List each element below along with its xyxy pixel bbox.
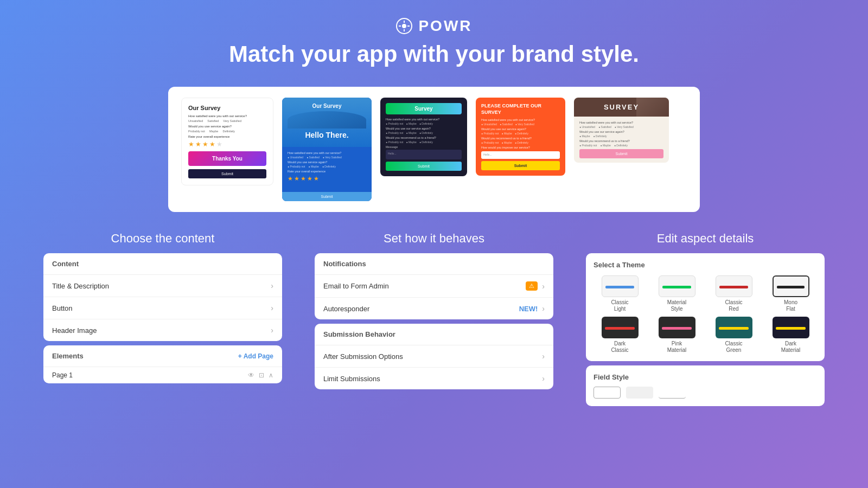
field-style-outlined[interactable]: [593, 387, 621, 399]
chevron-icon: ›: [542, 304, 545, 313]
header: POWR Match your app with your brand styl…: [0, 0, 868, 78]
copy-icon: ⊡: [259, 371, 264, 379]
theme-dark-material[interactable]: DarkMaterial: [764, 317, 817, 354]
warning-badge: ⚠: [526, 281, 538, 291]
title-description-item[interactable]: Title & Description ›: [43, 275, 282, 297]
tagline: Match your app with your brand style.: [0, 41, 868, 67]
after-submission-item[interactable]: After Submission Options ›: [315, 345, 553, 368]
field-style-panel: Field Style: [586, 365, 825, 406]
card4-submit: Submit: [481, 161, 560, 170]
field-style-title: Field Style: [593, 373, 817, 381]
theme-classic-green[interactable]: ClassicGreen: [707, 317, 760, 354]
card3-submit: Submit: [386, 162, 462, 171]
card1-submit: Submit: [188, 169, 266, 178]
survey-card-vintage: SURVEY How satisfied were you with out s…: [574, 98, 669, 163]
powr-logo: POWR: [0, 17, 868, 35]
content-panel-header: Content: [43, 253, 282, 275]
powr-icon: [395, 17, 413, 35]
survey-card-classic-light: Our Survey How satisfied were you with o…: [181, 98, 273, 185]
survey-card-blue: Our Survey Hello There. How satisfied we…: [282, 98, 372, 201]
elements-header: Elements + Add Page: [43, 345, 282, 367]
chevron-icon: ›: [271, 281, 273, 290]
chevron-icon: ›: [542, 282, 545, 291]
notifications-header: Notifications: [315, 253, 553, 275]
card5-submit: Submit: [579, 149, 663, 158]
page-1-item[interactable]: Page 1 👁 ⊡ ∧: [43, 367, 282, 383]
survey-showcase: Our Survey How satisfied were you with o…: [168, 87, 700, 212]
theme-dark-classic[interactable]: DarkClassic: [593, 317, 646, 354]
theme-panel: Select a Theme ClassicLight MaterialStyl…: [586, 253, 825, 361]
eye-icon: 👁: [248, 371, 254, 379]
submission-panel: Submission Behavior After Submission Opt…: [315, 324, 553, 389]
theme-grid: ClassicLight MaterialStyle ClassicRed: [593, 275, 817, 354]
section-set-behavior: Set how it behaves Notifications Email t…: [315, 232, 553, 406]
section-edit-aspect: Edit aspect details Select a Theme Class…: [586, 232, 825, 406]
new-badge: NEW!: [519, 305, 538, 313]
survey-card-orange: PLEASE COMPLETE OUR SURVEY How satisfied…: [476, 98, 565, 176]
card1-title: Our Survey: [188, 105, 266, 111]
theme-material-style[interactable]: MaterialStyle: [650, 275, 703, 312]
section-choose-content: Choose the content Content Title & Descr…: [43, 232, 282, 406]
powr-logo-text: POWR: [418, 17, 472, 35]
set-behavior-title: Set how it behaves: [315, 232, 553, 246]
theme-classic-red[interactable]: ClassicRed: [707, 275, 760, 312]
theme-classic-light[interactable]: ClassicLight: [593, 275, 646, 312]
chevron-icon: ›: [271, 326, 273, 335]
theme-mono-flat[interactable]: MonoFlat: [764, 275, 817, 312]
submission-header: Submission Behavior: [315, 324, 553, 345]
theme-panel-title: Select a Theme: [593, 261, 817, 269]
chevron-icon: ›: [271, 304, 273, 312]
theme-pink-material[interactable]: PinkMaterial: [650, 317, 703, 354]
button-item[interactable]: Button ›: [43, 297, 282, 319]
field-style-filled[interactable]: [626, 387, 653, 399]
content-panel: Content Title & Description › Button › H…: [43, 253, 282, 341]
survey-card-dark: Survey How satisfied were you with out s…: [380, 98, 467, 176]
chevron-icon: ›: [542, 374, 545, 383]
svg-point-1: [402, 24, 406, 28]
bottom-sections: Choose the content Content Title & Descr…: [0, 221, 868, 406]
header-image-item[interactable]: Header Image ›: [43, 319, 282, 341]
add-page-button[interactable]: + Add Page: [238, 352, 273, 360]
notifications-panel: Notifications Email to Form Admin ⚠ › Au…: [315, 253, 553, 319]
field-style-underlined[interactable]: [659, 387, 686, 399]
elements-panel: Elements + Add Page Page 1 👁 ⊡ ∧: [43, 345, 282, 383]
up-icon: ∧: [269, 371, 273, 379]
email-admin-item[interactable]: Email to Form Admin ⚠ ›: [315, 275, 553, 298]
field-style-options: [593, 387, 817, 399]
thanks-you-text: Thanks You: [188, 151, 266, 166]
choose-content-title: Choose the content: [43, 232, 282, 246]
chevron-icon: ›: [542, 352, 545, 361]
card2-submit: Submit: [282, 192, 372, 201]
limit-submissions-item[interactable]: Limit Submissions ›: [315, 368, 553, 389]
autoresponder-item[interactable]: Autoresponder NEW! ›: [315, 298, 553, 319]
edit-aspect-title: Edit aspect details: [586, 232, 825, 246]
